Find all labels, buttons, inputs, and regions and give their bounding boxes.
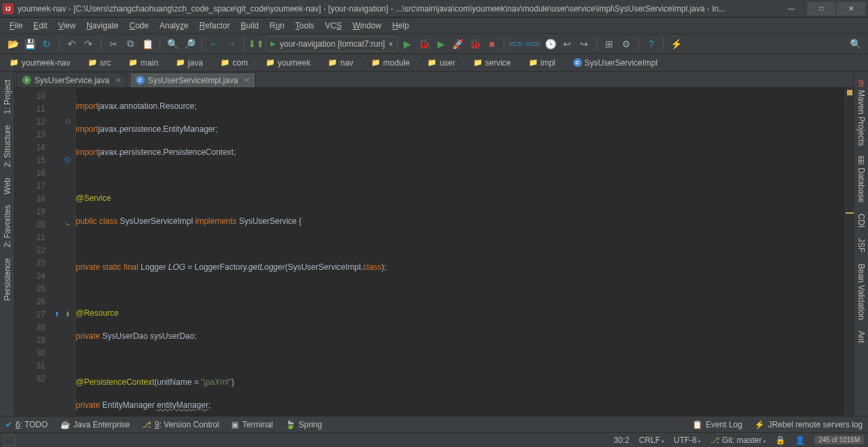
breadcrumb-java[interactable]: 📁java	[172, 58, 207, 68]
breadcrumb-service[interactable]: 📁service	[469, 58, 515, 68]
editor-tab-interface[interactable]: I SysUserService.java ✕	[16, 72, 127, 87]
jrebel-icon[interactable]: ⚡	[669, 37, 683, 51]
close-button[interactable]: ✕	[837, 2, 865, 16]
jrebel-run-icon[interactable]: 🚀	[450, 37, 465, 51]
tool-persistence[interactable]: Persistence	[0, 253, 14, 306]
menu-tools[interactable]: Tools	[290, 20, 320, 32]
tool-java-enterprise[interactable]: ☕Java Enterprise	[60, 420, 130, 429]
menu-file[interactable]: File	[4, 20, 28, 32]
vcs-update-icon[interactable]: VCS↓	[509, 37, 524, 51]
vcs-history-icon[interactable]: 🕓	[543, 37, 558, 51]
autowired-icon[interactable]: ⤷	[63, 220, 72, 229]
caret-position[interactable]: 30:2	[614, 436, 629, 445]
tool-spring[interactable]: 🍃Spring	[285, 420, 322, 429]
file-encoding[interactable]: UTF-8♦	[674, 436, 701, 445]
paste-icon[interactable]: 📋	[140, 37, 155, 51]
vcs-revert-icon[interactable]: ↩	[560, 37, 575, 51]
tool-maven[interactable]: mMaven Projects	[854, 74, 868, 151]
folder-icon: 📁	[371, 58, 381, 67]
git-branch[interactable]: ⎇ Git: master♦	[710, 436, 766, 445]
code-content[interactable]: import javax.annotation.Resource; import…	[76, 88, 845, 416]
debug-icon[interactable]: 🐞	[416, 37, 431, 51]
run-icon[interactable]: ▶	[400, 37, 414, 51]
breadcrumb-impl[interactable]: 📁impl	[525, 58, 560, 68]
error-stripe[interactable]	[845, 88, 853, 416]
close-tab-icon[interactable]: ✕	[116, 76, 121, 84]
run-configuration-select[interactable]: ▶ your-navigation [tomcat7:run] ▾	[266, 37, 397, 51]
tool-jrebel-log[interactable]: ⚡JRebel remote servers log	[754, 420, 863, 429]
maximize-button[interactable]: □	[807, 2, 836, 16]
close-tab-icon[interactable]: ✕	[244, 76, 249, 84]
tool-version-control[interactable]: ⎇9: Version Control	[142, 420, 219, 429]
vcs-commit-icon[interactable]: VCS↑	[526, 37, 541, 51]
breadcrumb-com[interactable]: 📁com	[216, 58, 252, 68]
cut-icon[interactable]: ✂	[106, 37, 121, 51]
breadcrumb-user[interactable]: 📁user	[423, 58, 459, 68]
menu-run[interactable]: Run	[264, 20, 290, 32]
menu-refactor[interactable]: Refactor	[194, 20, 235, 32]
tool-event-log[interactable]: 📋Event Log	[692, 420, 742, 429]
inspection-status-icon[interactable]	[846, 89, 853, 96]
breadcrumb-module[interactable]: 📁module	[367, 58, 414, 68]
breadcrumb-nav[interactable]: 📁nav	[324, 58, 357, 68]
tool-ant[interactable]: Ant	[854, 325, 868, 348]
breadcrumb-src[interactable]: 📁src	[84, 58, 115, 68]
menu-edit[interactable]: Edit	[28, 20, 53, 32]
code-editor[interactable]: 10 11 12⊟ 13 14 15ⓒ 16 17 18 19 20⤷ 21 2…	[15, 88, 853, 416]
menu-help[interactable]: Help	[387, 20, 414, 32]
menu-view[interactable]: View	[53, 20, 81, 32]
bean-icon[interactable]: ⓒ	[63, 156, 72, 165]
read-only-icon[interactable]: 🔒	[775, 436, 786, 445]
redo-icon[interactable]: ↷	[81, 37, 96, 51]
tool-database[interactable]: 🗄Database	[854, 151, 868, 208]
menu-navigate[interactable]: Navigate	[81, 20, 124, 32]
save-all-icon[interactable]: 💾	[22, 37, 37, 51]
open-icon[interactable]: 📂	[5, 37, 20, 51]
help-icon[interactable]: ?	[644, 37, 658, 51]
copy-icon[interactable]: ⧉	[123, 37, 138, 51]
menu-code[interactable]: Code	[124, 20, 154, 32]
hector-icon[interactable]: 👤	[795, 436, 805, 445]
build-icon[interactable]: ⬇⬆	[249, 37, 264, 51]
impl-icon[interactable]: ⬇	[63, 310, 72, 319]
minimize-button[interactable]: —	[777, 2, 806, 16]
find-icon[interactable]: 🔍	[165, 37, 180, 51]
sync-icon[interactable]: ↻	[39, 37, 54, 51]
java-ee-icon: ☕	[60, 420, 70, 429]
fold-icon[interactable]: ⊟	[63, 117, 72, 126]
line-separator[interactable]: CRLF♦	[639, 436, 664, 445]
search-everywhere-icon[interactable]: 🔍	[850, 39, 861, 49]
menu-vcs[interactable]: VCS	[320, 20, 347, 32]
tool-favorites[interactable]: 2: Favorites	[0, 199, 14, 253]
breadcrumb-project[interactable]: 📁youmeek-nav	[5, 58, 74, 68]
tool-windows-icon[interactable]	[4, 435, 15, 446]
undo-icon[interactable]: ↶	[64, 37, 79, 51]
menu-window[interactable]: Window	[347, 20, 387, 32]
tool-bean-validation[interactable]: Bean Validation	[854, 258, 868, 325]
coverage-icon[interactable]: ▶	[433, 37, 448, 51]
replace-icon[interactable]: 🔎	[182, 37, 197, 51]
breadcrumb-main[interactable]: 📁main	[124, 58, 162, 68]
structure-icon[interactable]: ⊞	[602, 37, 617, 51]
tool-terminal[interactable]: ▣Terminal	[231, 420, 272, 429]
forward-icon[interactable]: →	[224, 37, 239, 51]
menu-analyze[interactable]: Analyze	[154, 20, 194, 32]
tool-cdi[interactable]: CDI	[854, 208, 868, 233]
settings-icon[interactable]: ⚙	[619, 37, 633, 51]
override-icon[interactable]: ⬆	[52, 310, 62, 319]
back-icon[interactable]: ←	[207, 37, 222, 51]
breadcrumb-class[interactable]: CSysUserServiceImpl	[569, 58, 662, 68]
tool-project[interactable]: 1: Project	[0, 74, 14, 120]
tool-jsf[interactable]: JSF	[854, 233, 868, 258]
menu-build[interactable]: Build	[235, 20, 264, 32]
warning-mark[interactable]	[846, 212, 854, 214]
tool-structure[interactable]: 2: Structure	[0, 120, 14, 172]
jrebel-debug-icon[interactable]: 🐞	[467, 37, 482, 51]
tool-web[interactable]: Web	[0, 172, 14, 199]
memory-indicator[interactable]: 245 of 1016M	[815, 436, 864, 444]
vcs-push-icon[interactable]: ↪	[577, 37, 592, 51]
editor-tab-class[interactable]: C SysUserServiceImpl.java ✕	[130, 72, 256, 87]
breadcrumb-youmeek[interactable]: 📁youmeek	[262, 58, 315, 68]
stop-icon[interactable]: ■	[484, 37, 499, 51]
tool-todo[interactable]: ✔6: TODO	[5, 420, 48, 429]
